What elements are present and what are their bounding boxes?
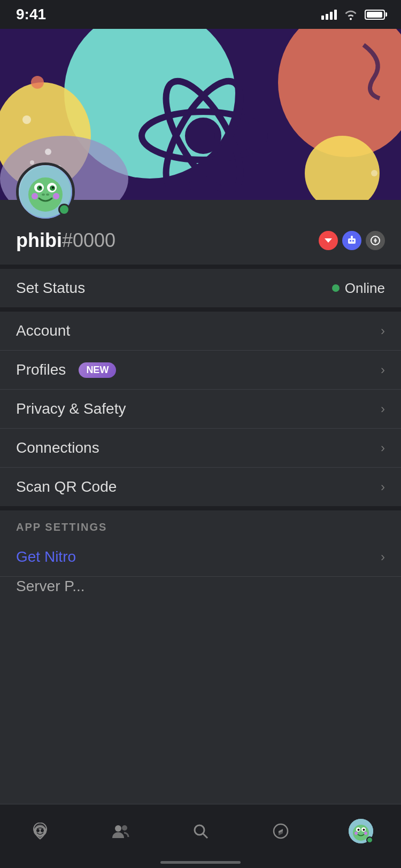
- privacy-chevron: ›: [381, 401, 385, 416]
- qrcode-label: Scan QR Code: [16, 478, 117, 495]
- profile-section: phibi#0000: [0, 200, 401, 265]
- bottom-nav: [0, 804, 401, 868]
- profiles-label: Profiles: [16, 361, 66, 378]
- nitro-item-left: Get Nitro: [16, 548, 76, 565]
- svg-point-38: [122, 825, 127, 831]
- nav-avatar-online-dot: [366, 836, 373, 843]
- status-time: 9:41: [16, 6, 46, 23]
- app-settings-title: APP SETTINGS: [16, 521, 107, 533]
- nav-friends[interactable]: [94, 819, 147, 843]
- compass-icon: [268, 819, 293, 843]
- section-divider-2: [0, 307, 401, 312]
- friends-icon: [108, 819, 133, 843]
- set-status-label: Set Status: [16, 280, 85, 297]
- account-item-left: Account: [16, 322, 70, 339]
- svg-point-50: [354, 832, 358, 835]
- account-label: Account: [16, 322, 70, 339]
- privacy-label: Privacy & Safety: [16, 400, 126, 417]
- nav-avatar: [349, 819, 373, 843]
- svg-point-37: [115, 825, 121, 832]
- app-settings-header: APP SETTINGS: [0, 510, 401, 538]
- profile-nav-icon: [349, 819, 373, 843]
- svg-point-36: [41, 829, 44, 832]
- nav-discover[interactable]: [254, 819, 307, 843]
- search-icon: [188, 819, 213, 843]
- svg-rect-28: [348, 238, 356, 244]
- app-settings-section: APP SETTINGS Get Nitro › Server P...: [0, 510, 401, 596]
- connections-item-left: Connections: [16, 439, 99, 456]
- main-menu: Account › Profiles NEW › Privacy & Safet…: [0, 312, 401, 506]
- online-status-dot: [58, 204, 70, 215]
- svg-point-49: [363, 828, 365, 831]
- svg-point-23: [52, 187, 54, 189]
- nav-home[interactable]: [13, 819, 67, 843]
- connections-item[interactable]: Connections ›: [0, 429, 401, 467]
- badge-row: [319, 231, 385, 250]
- partial-label: Server P...: [16, 578, 85, 595]
- nitro-label: Get Nitro: [16, 548, 76, 565]
- qrcode-item[interactable]: Scan QR Code ›: [0, 468, 401, 506]
- svg-point-10: [31, 76, 44, 89]
- profiles-chevron: ›: [381, 362, 385, 377]
- svg-point-35: [36, 829, 40, 832]
- account-item[interactable]: Account ›: [0, 312, 401, 350]
- badge-nitro: [366, 231, 385, 250]
- bot-icon: [346, 235, 358, 246]
- privacy-item-left: Privacy & Safety: [16, 400, 126, 417]
- partial-item: Server P...: [0, 577, 401, 596]
- svg-point-26: [42, 193, 45, 196]
- account-chevron: ›: [381, 323, 385, 338]
- svg-point-25: [53, 193, 59, 199]
- badge-bot: [342, 231, 361, 250]
- qrcode-chevron: ›: [381, 479, 385, 494]
- svg-line-40: [203, 834, 207, 838]
- nitro-icon: [369, 235, 381, 246]
- new-badge: NEW: [79, 362, 116, 378]
- svg-point-34: [34, 826, 47, 836]
- svg-point-14: [30, 160, 34, 165]
- status-icons: [321, 9, 385, 20]
- svg-point-48: [358, 828, 360, 831]
- section-divider-1: [0, 265, 401, 269]
- username: phibi#0000: [16, 229, 115, 252]
- privacy-item[interactable]: Privacy & Safety ›: [0, 390, 401, 428]
- home-icon: [28, 819, 52, 843]
- profiles-item[interactable]: Profiles NEW ›: [0, 351, 401, 389]
- svg-point-13: [45, 149, 51, 155]
- svg-point-12: [371, 170, 377, 176]
- qrcode-item-left: Scan QR Code: [16, 478, 117, 495]
- svg-point-11: [22, 115, 31, 124]
- svg-point-39: [195, 825, 204, 835]
- svg-point-32: [351, 236, 353, 238]
- nitro-chevron: ›: [381, 549, 385, 564]
- profiles-item-left: Profiles NEW: [16, 361, 116, 378]
- svg-point-24: [32, 193, 38, 199]
- svg-point-27: [46, 193, 49, 196]
- online-dot-indicator: [332, 284, 340, 292]
- connections-chevron: ›: [381, 440, 385, 455]
- avatar-wrapper[interactable]: [16, 162, 75, 221]
- svg-point-6: [188, 121, 218, 151]
- svg-point-22: [39, 187, 41, 189]
- set-status-item[interactable]: Set Status Online: [0, 269, 401, 307]
- downvote-icon: [323, 235, 334, 246]
- home-indicator: [160, 861, 241, 864]
- status-text: Online: [345, 280, 385, 297]
- svg-rect-29: [350, 240, 351, 242]
- section-divider-3: [0, 506, 401, 510]
- badge-downvote: [319, 231, 338, 250]
- svg-point-51: [364, 832, 367, 835]
- nav-search[interactable]: [174, 819, 227, 843]
- username-row: phibi#0000: [16, 200, 385, 252]
- signal-icon: [321, 9, 337, 20]
- battery-icon: [365, 10, 385, 20]
- svg-rect-30: [352, 240, 354, 242]
- nav-profile[interactable]: [334, 819, 388, 843]
- nitro-item[interactable]: Get Nitro ›: [0, 538, 401, 576]
- wifi-icon: [343, 9, 358, 20]
- status-section: Set Status Online: [0, 269, 401, 307]
- connections-label: Connections: [16, 439, 99, 456]
- status-bar: 9:41: [0, 0, 401, 29]
- online-status-row: Online: [332, 280, 385, 297]
